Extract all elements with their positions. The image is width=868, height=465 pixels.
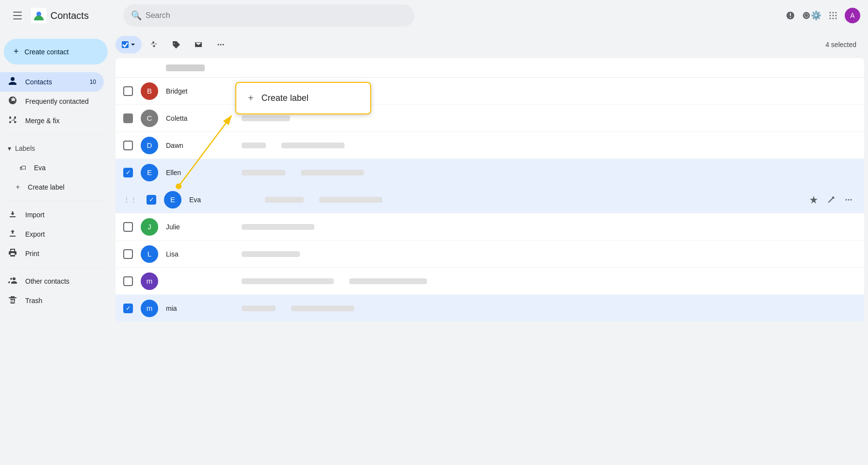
more-row-button[interactable] — [841, 192, 856, 208]
account-avatar[interactable]: A — [845, 8, 860, 23]
apps-button[interactable] — [823, 6, 843, 25]
sidebar-item-print[interactable]: Print — [0, 244, 104, 263]
contact-checkbox[interactable]: ✓ — [123, 168, 133, 177]
contact-checkbox[interactable] — [123, 86, 133, 96]
svg-point-7 — [835, 12, 837, 14]
sidebar-item-import[interactable]: Import — [0, 205, 104, 224]
contact-detail — [291, 305, 354, 311]
merge-fix-label: Merge & fix — [25, 117, 60, 125]
sidebar-create-label[interactable]: + Create label — [0, 177, 112, 197]
contact-checkbox[interactable] — [123, 249, 133, 259]
label-button[interactable] — [166, 36, 186, 53]
table-row[interactable]: L Lisa — [115, 241, 864, 268]
merge-button[interactable] — [144, 36, 164, 53]
contacts-table: B Bridget C Coletta D Dawn ✓ — [115, 58, 864, 322]
search-bar[interactable]: 🔍 — [123, 4, 414, 27]
svg-point-5 — [830, 12, 831, 14]
contact-checkbox[interactable] — [123, 113, 133, 123]
table-row[interactable]: ✓ E Ellen — [115, 159, 864, 186]
select-dropdown-button[interactable] — [115, 36, 142, 53]
trash-icon — [8, 295, 17, 306]
table-row[interactable]: ⋮⋮ ✓ E Eva — [115, 186, 864, 213]
other-contacts-label: Other contacts — [25, 277, 69, 285]
table-row[interactable]: ✓ m mia — [115, 295, 864, 322]
labels-section-title: Labels — [15, 144, 35, 152]
svg-point-8 — [830, 15, 831, 16]
contact-avatar: L — [141, 245, 158, 263]
contact-checkbox[interactable] — [123, 141, 133, 150]
contact-detail — [242, 115, 290, 121]
more-icon — [216, 40, 225, 49]
search-icon: 🔍 — [131, 10, 142, 21]
svg-point-11 — [830, 18, 831, 19]
svg-point-22 — [846, 199, 847, 200]
sidebar: + Create contact Contacts 10 Frequently … — [0, 31, 112, 465]
settings-button[interactable]: ⚙️ — [802, 6, 821, 25]
sidebar-item-contacts[interactable]: Contacts 10 — [0, 72, 104, 92]
create-label-plus-icon: + — [16, 183, 20, 192]
print-icon — [8, 248, 17, 259]
contact-checkbox[interactable] — [123, 222, 133, 232]
sidebar-divider-1 — [8, 134, 104, 135]
frequently-contacted-label: Frequently contacted — [25, 97, 89, 105]
action-toolbar: 4 selected — [112, 31, 868, 58]
help-button[interactable] — [781, 6, 800, 25]
contact-detail — [265, 197, 304, 203]
contact-detail — [242, 143, 266, 148]
sidebar-item-export[interactable]: Export — [0, 224, 104, 244]
contact-checkbox[interactable]: ✓ — [123, 304, 133, 313]
search-input[interactable] — [146, 11, 407, 20]
contact-checkbox[interactable] — [123, 276, 133, 286]
table-row[interactable]: m — [115, 268, 864, 295]
row-actions — [806, 192, 856, 208]
contact-detail — [242, 278, 334, 284]
create-label-sidebar-label: Create label — [28, 183, 65, 191]
contact-detail — [319, 197, 382, 203]
sidebar-item-trash[interactable]: Trash — [0, 291, 104, 310]
label-eva-icon: 🏷 — [19, 164, 26, 172]
svg-point-6 — [833, 12, 834, 14]
sidebar-item-other-contacts[interactable]: Other contacts — [0, 272, 104, 291]
topbar: Contacts 🔍 ⚙️ A — [0, 0, 868, 31]
create-contact-button[interactable]: + Create contact — [4, 39, 108, 64]
contact-name: Bridget — [166, 87, 234, 95]
contact-detail — [349, 278, 427, 284]
svg-rect-1 — [13, 15, 22, 16]
svg-point-15 — [14, 116, 16, 118]
labels-section-header[interactable]: ▾ Labels — [0, 139, 112, 158]
sidebar-item-frequently-contacted[interactable]: Frequently contacted — [0, 92, 104, 111]
svg-rect-2 — [13, 18, 22, 19]
contact-name: Lisa — [166, 250, 234, 258]
contact-avatar: D — [141, 137, 158, 154]
table-row[interactable]: J Julie — [115, 213, 864, 241]
contact-checkbox[interactable]: ✓ — [147, 195, 156, 205]
print-label: Print — [25, 250, 39, 257]
table-row[interactable]: B Bridget — [115, 78, 864, 105]
contact-name: Dawn — [166, 142, 234, 149]
email-button[interactable] — [188, 36, 209, 53]
popup-plus-icon: + — [248, 93, 254, 104]
svg-point-9 — [833, 15, 834, 16]
contact-avatar: J — [141, 218, 158, 236]
popup-label-text: Create label — [262, 93, 309, 103]
svg-point-13 — [835, 18, 837, 19]
contact-avatar: m — [141, 300, 158, 317]
star-button[interactable] — [806, 192, 821, 208]
create-label-popup[interactable]: + Create label — [235, 82, 371, 114]
other-contacts-icon — [8, 276, 17, 287]
svg-point-21 — [223, 44, 224, 46]
edit-button[interactable] — [823, 192, 839, 208]
sidebar-item-merge-fix[interactable]: Merge & fix — [0, 111, 104, 130]
svg-point-19 — [218, 44, 219, 46]
sidebar-item-eva[interactable]: 🏷 Eva — [0, 158, 104, 177]
content-area: 4 selected B Bridget C Coletta — [112, 31, 868, 465]
menu-icon[interactable] — [8, 6, 27, 25]
more-actions-button[interactable] — [211, 36, 231, 53]
contact-detail — [301, 170, 364, 176]
table-row[interactable]: D Dawn — [115, 132, 864, 159]
contacts-icon — [8, 77, 17, 88]
contact-name: Coletta — [166, 114, 234, 122]
sidebar-divider-2 — [8, 201, 104, 201]
table-row[interactable]: C Coletta — [115, 105, 864, 132]
contact-avatar: B — [141, 82, 158, 100]
